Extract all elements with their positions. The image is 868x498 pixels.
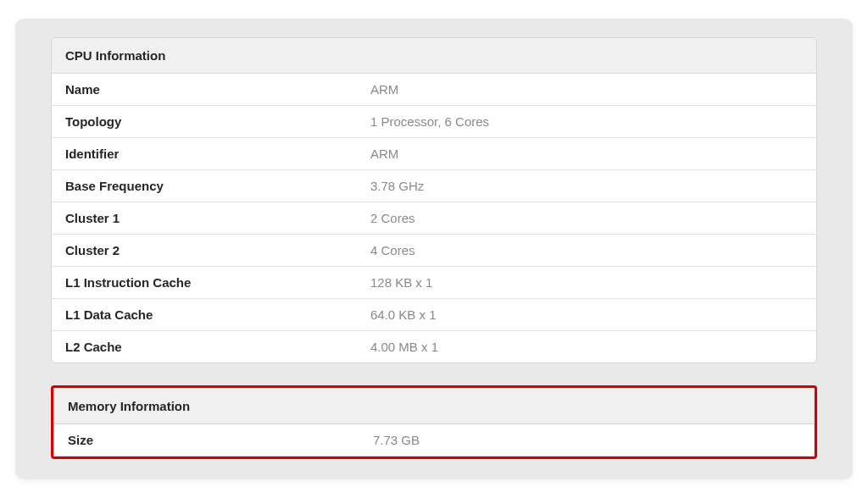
row-label: L2 Cache (65, 340, 370, 354)
table-row: Name ARM (52, 74, 816, 106)
table-row: L1 Data Cache 64.0 KB x 1 (52, 299, 816, 331)
table-row: Cluster 2 4 Cores (52, 235, 816, 267)
row-label: L1 Data Cache (65, 307, 370, 322)
row-value: 128 KB x 1 (370, 275, 803, 290)
row-label: Size (68, 433, 373, 447)
memory-highlight: Memory Information Size 7.73 GB (51, 385, 817, 459)
row-value: 2 Cores (370, 211, 803, 225)
memory-info-title: Memory Information (54, 389, 814, 424)
memory-info-panel: Memory Information Size 7.73 GB (53, 388, 815, 456)
row-value: ARM (370, 82, 803, 97)
row-value: 4.00 MB x 1 (370, 340, 803, 354)
table-row: L1 Instruction Cache 128 KB x 1 (52, 267, 816, 299)
row-label: Topology (65, 114, 370, 129)
row-value: ARM (370, 147, 803, 161)
row-label: Identifier (65, 147, 370, 161)
row-label: L1 Instruction Cache (65, 275, 370, 290)
table-row: Base Frequency 3.78 GHz (52, 170, 816, 202)
row-value: 4 Cores (370, 243, 803, 257)
table-row: Size 7.73 GB (54, 424, 814, 456)
table-row: Topology 1 Processor, 6 Cores (52, 106, 816, 138)
row-label: Base Frequency (65, 179, 370, 193)
row-value: 3.78 GHz (370, 179, 803, 193)
cpu-info-title: CPU Information (52, 38, 816, 74)
row-value: 1 Processor, 6 Cores (370, 114, 803, 129)
table-row: Identifier ARM (52, 138, 816, 170)
row-value: 7.73 GB (373, 433, 800, 447)
row-value: 64.0 KB x 1 (370, 307, 803, 322)
row-label: Cluster 1 (65, 211, 370, 225)
info-container: CPU Information Name ARM Topology 1 Proc… (15, 19, 853, 479)
row-label: Name (65, 82, 370, 97)
cpu-info-panel: CPU Information Name ARM Topology 1 Proc… (51, 37, 817, 363)
row-label: Cluster 2 (65, 243, 370, 257)
table-row: Cluster 1 2 Cores (52, 202, 816, 235)
table-row: L2 Cache 4.00 MB x 1 (52, 331, 816, 362)
